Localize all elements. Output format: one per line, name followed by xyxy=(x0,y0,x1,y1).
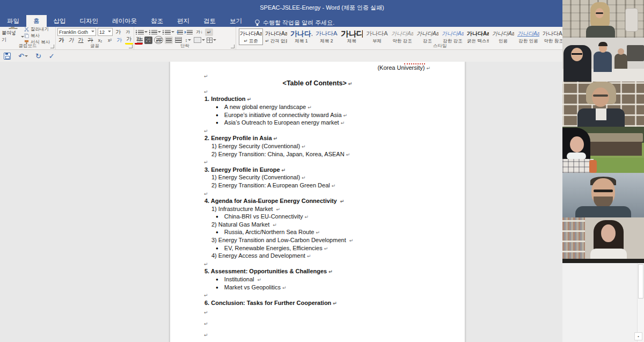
numbering-button[interactable] xyxy=(149,28,161,36)
ribbon-tab-row: 파일홈삽입디자인레이아웃참조편지검토보기 수행할 작업을 알려 주세요. xyxy=(0,15,644,27)
doc-line: 2) Energy Transition: A European Green D… xyxy=(170,181,465,190)
paragraph-mark: ↵ xyxy=(340,199,345,204)
dialog-launcher-icon[interactable] xyxy=(129,45,133,48)
paragraph-mark: ↵ xyxy=(332,183,336,188)
tab-삽입[interactable]: 삽입 xyxy=(47,15,73,27)
dialog-launcher-icon[interactable] xyxy=(231,45,235,48)
group-label-clipboard: 클립보드 xyxy=(0,43,55,49)
window-title: SPEAC-JSLEE-Energy - Word (제품 인증 실패) xyxy=(260,4,384,12)
title-bar: SPEAC-JSLEE-Energy - Word (제품 인증 실패) xyxy=(0,0,644,15)
grow-font-button[interactable]: 가 xyxy=(114,28,122,36)
paragraph-mark: ↵ xyxy=(204,191,208,197)
doc-line: 2) Energy Transition: China, Japan, Kore… xyxy=(170,150,465,158)
show-marks-button[interactable]: ↵ xyxy=(205,28,213,36)
tab-편지[interactable]: 편지 xyxy=(170,15,196,27)
document-page[interactable]: (Korea University)↵↵<Table of Contents>↵… xyxy=(170,62,465,342)
doc-line: ●Asia’s Outreach to European energy mark… xyxy=(170,119,465,127)
bullet-icon: ● xyxy=(216,246,218,251)
doc-line: 5. Assessment: Opportunities & Challenge… xyxy=(170,267,465,275)
spelling-check-button[interactable]: ✓ xyxy=(49,52,55,60)
doc-line: ↵ xyxy=(170,158,465,166)
tell-me-box[interactable]: 수행할 작업을 알려 주세요. xyxy=(254,19,334,27)
dialog-launcher-icon[interactable] xyxy=(50,45,54,48)
doc-line: ↵ xyxy=(170,72,465,80)
doc-line: 1) Energy Security (Conventional)↵ xyxy=(170,173,465,181)
bullets-button[interactable] xyxy=(136,28,148,36)
spellcheck-squiggle xyxy=(404,62,425,64)
quick-access-toolbar: ↶ ↻ ✓ xyxy=(0,50,644,62)
doc-line: ●A new global energy landscape↵ xyxy=(170,103,465,111)
video-participant-3[interactable] xyxy=(562,82,644,127)
redo-button[interactable]: ↻ xyxy=(35,52,41,60)
bullet-icon: ● xyxy=(216,277,218,282)
corner-button[interactable]: ▪ xyxy=(634,332,642,340)
undo-button[interactable]: ↶ xyxy=(18,52,28,60)
doc-line: ●EV, Renewable Energies, Efficiencies↵ xyxy=(170,244,465,252)
video-participant-1[interactable] xyxy=(562,0,644,38)
paragraph-mark: ↵ xyxy=(308,105,312,110)
doc-line: 2) Natural Gas Market ↵ xyxy=(170,221,465,229)
paragraph-mark: ↵ xyxy=(282,168,286,173)
video-participant-6[interactable] xyxy=(562,217,644,263)
group-clipboard: 붙여넣기 잘라내기 복사 서식 복사 클립보드 xyxy=(0,27,56,49)
bullet-icon: ● xyxy=(216,120,218,125)
doc-line: 3. Energy Profile in Europe↵ xyxy=(170,166,465,174)
chevron-down-icon xyxy=(25,55,28,59)
paragraph-mark: ↵ xyxy=(305,214,309,220)
doc-line: ↵ xyxy=(170,190,465,198)
group-font: Franklin Goth 12 가 가 가 가 가 가 x₂ x² 가 가 가… xyxy=(56,27,134,49)
scrollbar-thumb[interactable] xyxy=(638,264,643,299)
doc-line: ●China-BRI vs EU-Connectivity↵ xyxy=(170,213,465,221)
cut-button[interactable]: 잘라내기 xyxy=(24,26,50,32)
word-window: SPEAC-JSLEE-Energy - Word (제품 인증 실패) 파일홈… xyxy=(0,0,644,342)
video-participant-4[interactable] xyxy=(562,127,644,173)
paragraph-mark: ↵ xyxy=(204,128,208,134)
font-name-combo[interactable]: Franklin Goth xyxy=(57,28,96,36)
tab-보기[interactable]: 보기 xyxy=(223,15,249,27)
tab-디자인[interactable]: 디자인 xyxy=(73,15,106,27)
paragraph-mark: ↵ xyxy=(426,66,430,71)
doc-line: (Korea University)↵ xyxy=(170,64,465,72)
copy-icon xyxy=(24,33,29,38)
doc-line: ↵ xyxy=(170,307,465,318)
paragraph-mark: ↵ xyxy=(307,253,311,259)
doc-line: 3) Energy Transition and Low-Carbon Deve… xyxy=(170,236,465,244)
paragraph-mark: ↵ xyxy=(247,97,251,102)
doc-line: 1) Energy Security (Conventional)↵ xyxy=(170,142,465,150)
tab-검토[interactable]: 검토 xyxy=(196,15,223,27)
doc-line: ●Institutional ↵ xyxy=(170,275,465,283)
video-participant-5[interactable] xyxy=(562,173,644,217)
sort-button[interactable]: 가↓ xyxy=(195,28,203,36)
doc-line: ↵ xyxy=(170,318,465,329)
paragraph-mark: ↵ xyxy=(276,207,280,212)
copy-button[interactable]: 복사 xyxy=(24,33,50,39)
paste-button[interactable]: 붙여넣기 xyxy=(2,28,24,43)
bullet-icon: ● xyxy=(216,105,218,110)
paragraph-mark: ↵ xyxy=(204,332,208,338)
multilevel-list-button[interactable] xyxy=(163,28,174,36)
paste-icon xyxy=(9,28,18,29)
paragraph-mark: ↵ xyxy=(316,230,320,235)
font-size-combo[interactable]: 12 xyxy=(98,28,113,36)
paragraph-mark: ↵ xyxy=(204,261,208,267)
paragraph-mark: ↵ xyxy=(348,81,353,86)
paragraph-mark: ↵ xyxy=(274,136,278,141)
save-button[interactable] xyxy=(4,53,11,60)
vertical-scrollbar[interactable] xyxy=(637,263,644,342)
shrink-font-button[interactable]: 가 xyxy=(124,28,132,36)
tab-파일[interactable]: 파일 xyxy=(0,15,26,27)
tab-홈[interactable]: 홈 xyxy=(26,15,47,27)
decrease-indent-button[interactable] xyxy=(176,28,184,36)
video-participant-2[interactable] xyxy=(562,38,644,82)
paragraph-mark: ↵ xyxy=(258,277,262,282)
document-lines: (Korea University)↵↵<Table of Contents>↵… xyxy=(170,64,465,340)
doc-line: 1. Introduction↵ xyxy=(170,95,465,103)
paragraph-mark: ↵ xyxy=(328,269,333,274)
doc-line: ●Russia, Arctic/Northern Sea Route↵ xyxy=(170,228,465,236)
doc-line: <Table of Contents>↵ xyxy=(170,79,465,88)
increase-indent-button[interactable] xyxy=(186,28,194,36)
tab-참조[interactable]: 참조 xyxy=(144,15,170,27)
doc-line: 4. Agenda for Asia-Europe Energy Connect… xyxy=(170,197,465,205)
paragraph-mark: ↵ xyxy=(273,222,277,228)
tab-레이아웃[interactable]: 레이아웃 xyxy=(105,15,144,27)
